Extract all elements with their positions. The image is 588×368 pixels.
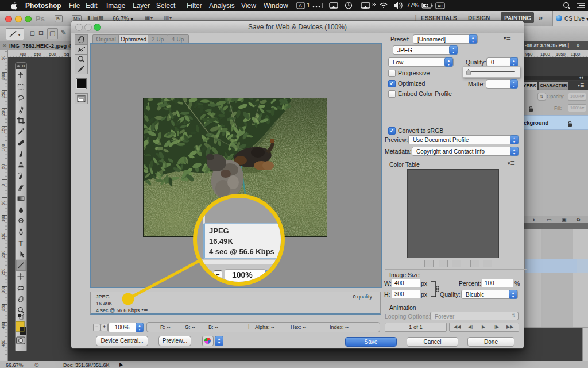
svg-text:650: 650 xyxy=(34,52,41,57)
svg-text:50: 50 xyxy=(1,201,6,205)
svg-text:A⃒: A⃒ xyxy=(438,4,443,8)
svg-text:300: 300 xyxy=(1,286,6,293)
svg-text:150: 150 xyxy=(1,126,6,133)
svg-text:600: 600 xyxy=(49,52,56,57)
svg-text:1050: 1050 xyxy=(556,52,566,57)
svg-text:200: 200 xyxy=(1,250,6,258)
svg-text:0: 0 xyxy=(1,184,6,186)
svg-text:350: 350 xyxy=(1,304,6,311)
svg-text:300: 300 xyxy=(1,72,6,80)
svg-text:100: 100 xyxy=(1,214,6,222)
svg-text:150: 150 xyxy=(1,232,6,240)
svg-text:700: 700 xyxy=(19,52,26,57)
svg-text:A: A xyxy=(299,3,302,9)
svg-text:200: 200 xyxy=(1,108,6,116)
svg-text:100: 100 xyxy=(1,144,6,151)
svg-text:1000: 1000 xyxy=(540,52,550,57)
svg-text:1100: 1100 xyxy=(571,52,580,57)
svg-text:1: 1 xyxy=(307,2,310,9)
svg-text:450: 450 xyxy=(1,339,6,347)
svg-text:400: 400 xyxy=(1,321,6,329)
svg-text:950: 950 xyxy=(525,52,533,57)
svg-text:50: 50 xyxy=(1,164,6,169)
svg-text:250: 250 xyxy=(1,268,6,275)
svg-text:50: 50 xyxy=(1,56,6,60)
svg-text:250: 250 xyxy=(1,90,6,98)
svg-text:T: T xyxy=(19,240,24,248)
svg-text:77%: 77% xyxy=(407,2,419,9)
svg-text:55: 55 xyxy=(64,52,69,57)
svg-text:▾: ▾ xyxy=(18,33,20,37)
